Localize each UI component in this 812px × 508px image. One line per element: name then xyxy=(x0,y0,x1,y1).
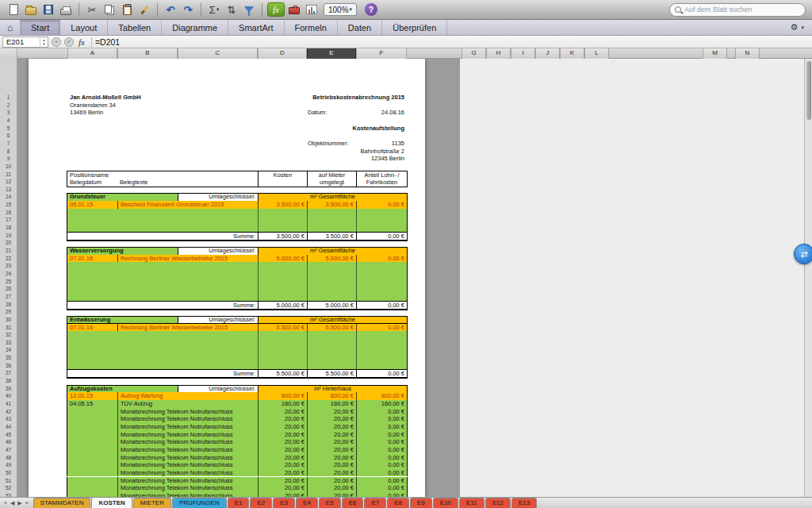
empty-cell[interactable] xyxy=(258,354,307,362)
belegdatum-cell[interactable]: 04.05.15 xyxy=(67,400,117,408)
row-header-23[interactable]: 23 xyxy=(0,262,17,270)
row-header-1[interactable]: 1 xyxy=(0,94,17,102)
select-all-corner[interactable] xyxy=(0,48,17,59)
umlage-value-cell[interactable]: m² Gesamtfläche xyxy=(258,248,407,255)
umgelegt-cell[interactable]: 20,00 € xyxy=(307,431,356,439)
zoom-select[interactable]: 100%▾ xyxy=(324,3,357,16)
positionsname-header[interactable]: Positionsname xyxy=(70,171,109,179)
column-header-E[interactable]: E xyxy=(307,48,356,59)
object-city-cell[interactable]: 12345 Berlin xyxy=(262,155,406,163)
empty-cell[interactable] xyxy=(307,262,356,270)
summe-kosten-cell[interactable]: 3.500,00 € xyxy=(258,233,307,240)
row-header-21[interactable]: 21 xyxy=(0,247,17,255)
format-painter-button[interactable] xyxy=(136,2,152,17)
row-header-42[interactable]: 42 xyxy=(0,408,17,416)
empty-cell[interactable] xyxy=(356,285,407,293)
empty-cell[interactable] xyxy=(67,285,258,293)
column-header-A[interactable]: A xyxy=(67,48,117,59)
summe-label-cell[interactable]: Summe: xyxy=(178,233,258,240)
kosten-cell[interactable]: 20,00 € xyxy=(258,461,307,469)
empty-cell[interactable] xyxy=(258,339,307,347)
column-header-B[interactable]: B xyxy=(117,48,178,59)
empty-cell[interactable] xyxy=(307,293,356,301)
sort-button[interactable]: ⇅ xyxy=(224,2,239,17)
charts-button[interactable] xyxy=(304,2,320,17)
umlageschluessel-label-cell[interactable]: Umlageschlüssel: xyxy=(178,386,258,393)
empty-cell[interactable] xyxy=(356,278,407,286)
summe-blank-cell[interactable] xyxy=(67,370,178,377)
sheet-tab-e8[interactable]: E8 xyxy=(387,498,409,508)
belegtext-cell[interactable]: Monatsrechnung Telekom Notrufanschluss xyxy=(117,446,258,454)
umgelegt-cell[interactable]: 20,00 € xyxy=(307,469,356,477)
kosten-cell[interactable]: 20,00 € xyxy=(258,492,307,497)
sheet-tab-e13[interactable]: E13 xyxy=(511,498,537,508)
row-header-44[interactable]: 44 xyxy=(0,423,17,431)
anteil-cell[interactable]: 0,00 € xyxy=(356,469,407,477)
anteil-cell[interactable]: 0,00 € xyxy=(356,484,407,492)
row-header-41[interactable]: 41 xyxy=(0,400,17,408)
row-header-33[interactable]: 33 xyxy=(0,339,17,347)
tab-scroll-first-button[interactable]: « xyxy=(2,498,9,508)
autosum-button[interactable]: Σ▾ xyxy=(206,2,222,17)
anteil-cell[interactable]: 0,00 € xyxy=(356,201,407,209)
anteil-cell[interactable]: 0,00 € xyxy=(356,446,407,454)
empty-cell[interactable] xyxy=(356,293,407,301)
empty-cell[interactable] xyxy=(356,354,407,362)
formula-input[interactable]: =D201 xyxy=(95,37,120,47)
row-header-46[interactable]: 46 xyxy=(0,438,17,446)
column-header-I[interactable]: I xyxy=(511,48,535,59)
summe-anteil-cell[interactable]: 0,00 € xyxy=(356,370,407,377)
copy-button[interactable] xyxy=(102,2,117,17)
row-header-12[interactable]: 12 xyxy=(0,178,17,186)
kosten-cell[interactable]: 5.500,00 € xyxy=(258,324,307,332)
empty-cell[interactable] xyxy=(307,224,356,232)
umgelegt-cell[interactable]: 20,00 € xyxy=(307,446,356,454)
row-header-49[interactable]: 49 xyxy=(0,461,17,469)
tab-formeln[interactable]: Formeln xyxy=(285,20,338,35)
empty-cell[interactable] xyxy=(307,346,356,354)
sheet-tab-e10[interactable]: E10 xyxy=(433,498,458,508)
row-header-29[interactable]: 29 xyxy=(0,308,17,316)
section-name-cell[interactable]: Wasserversorgung xyxy=(67,248,178,255)
object-street-cell[interactable]: Bahnhofstraße 2 xyxy=(262,148,406,156)
redo-button[interactable]: ↷ xyxy=(180,2,196,17)
kosten-cell[interactable]: 20,00 € xyxy=(258,454,307,462)
summe-anteil-cell[interactable]: 0,00 € xyxy=(356,233,407,240)
umgelegt-cell[interactable]: 5.500,00 € xyxy=(307,324,356,332)
vertical-scrollbar[interactable] xyxy=(804,59,812,497)
media-browser-button[interactable] xyxy=(286,2,302,17)
belegdatum-cell[interactable] xyxy=(67,446,117,454)
notification-badge[interactable]: ⇄ xyxy=(794,244,812,264)
row-header-24[interactable]: 24 xyxy=(0,270,17,278)
row-header-36[interactable]: 36 xyxy=(0,362,17,370)
sheet-tab-e2[interactable]: E2 xyxy=(250,498,272,508)
row-header-51[interactable]: 51 xyxy=(0,477,17,485)
paste-button[interactable] xyxy=(119,2,135,17)
empty-cell[interactable] xyxy=(307,285,356,293)
row-header-39[interactable]: 39 xyxy=(0,385,17,393)
print-button[interactable] xyxy=(58,2,74,17)
sheet-tab-e4[interactable]: E4 xyxy=(296,498,318,508)
tab-diagramme[interactable]: Diagramme xyxy=(162,20,228,35)
row-header-27[interactable]: 27 xyxy=(0,293,17,301)
empty-cell[interactable] xyxy=(307,270,356,278)
auf-mieter-header[interactable]: auf Mieterumgelegt xyxy=(307,171,356,187)
tab-scroll-prev-button[interactable]: ◀ xyxy=(9,498,16,508)
kosten-cell[interactable]: 20,00 € xyxy=(258,423,307,431)
belegtext-cell[interactable]: Monatsrechnung Telekom Notrufanschluss xyxy=(117,492,258,497)
belegtext-cell[interactable]: Aufzug Wartung xyxy=(117,392,258,400)
empty-cell[interactable] xyxy=(67,293,258,301)
empty-cell[interactable] xyxy=(307,209,356,217)
empty-cell[interactable] xyxy=(67,270,258,278)
row-header-37[interactable]: 37 xyxy=(0,369,17,377)
row-header-47[interactable]: 47 xyxy=(0,446,17,454)
row-header-26[interactable]: 26 xyxy=(0,285,17,293)
sheet-tab-mieter[interactable]: MIETER xyxy=(133,498,171,508)
belegtext-cell[interactable]: Monatsrechnung Telekom Notrufanschluss xyxy=(117,431,258,439)
empty-cell[interactable] xyxy=(67,262,258,270)
row-header-19[interactable]: 19 xyxy=(0,232,17,240)
tab-tabellen[interactable]: Tabellen xyxy=(108,20,162,35)
empty-cell[interactable] xyxy=(67,278,258,286)
column-header-N[interactable]: N xyxy=(735,48,760,59)
belegdatum-cell[interactable]: 07.01.16 xyxy=(67,255,117,263)
